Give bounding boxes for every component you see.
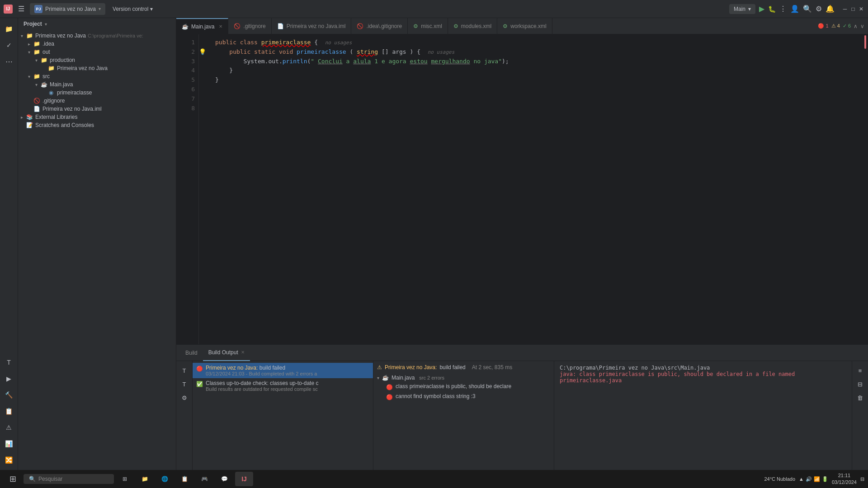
- todo-tool-button[interactable]: 📋: [2, 404, 16, 418]
- taskbar-search[interactable]: 🔍 Pesquisar: [24, 474, 114, 484]
- project-name-dropdown[interactable]: PJ Primeira vez no Java ▾: [30, 3, 105, 15]
- minimize-button[interactable]: ─: [842, 6, 848, 12]
- clock[interactable]: 21:11 03/12/2024: [832, 472, 857, 486]
- build-header-time: At 2 sec, 835 ms: [472, 364, 512, 371]
- sidebar-dropdown-icon[interactable]: ▾: [45, 22, 47, 27]
- taskbar-app-3[interactable]: 💬: [215, 472, 233, 486]
- tree-arrow-ext-libs: ▸: [18, 115, 25, 120]
- taskbar-app-1[interactable]: 📋: [175, 472, 193, 486]
- more-tools-button[interactable]: ⋯: [2, 54, 16, 69]
- tab-main-java[interactable]: ☕ Main.java ✕: [176, 18, 228, 34]
- tab-gitignore[interactable]: 🚫 .gitignore: [228, 18, 271, 34]
- build-output-close-icon[interactable]: ✕: [241, 350, 245, 355]
- code-content[interactable]: public class primeiraclasse { no usages …: [208, 34, 863, 344]
- tree-item-ext-libs[interactable]: ▸ 📚 External Libraries: [18, 113, 176, 121]
- folder-icon-production: 📁: [40, 57, 48, 63]
- build-filter-right-icon[interactable]: ≡: [854, 365, 866, 376]
- windows-start-button[interactable]: ⊞: [4, 472, 22, 486]
- tree-item-out[interactable]: ▾ 📁 out: [18, 48, 176, 56]
- debug-button[interactable]: 🐛: [768, 5, 776, 13]
- build-filter-icon[interactable]: T: [179, 378, 190, 390]
- taskbar-app-2[interactable]: 🎮: [195, 472, 213, 486]
- system-tray[interactable]: ▲ 🔊 📶 🔋: [799, 476, 828, 482]
- build-output-header: ⚠ Primeira vez no Java: build failed At …: [377, 363, 550, 372]
- version-control-menu[interactable]: Version control ▾: [109, 4, 156, 14]
- project-tool-button[interactable]: 📁: [2, 22, 16, 36]
- build-error-icon: 🔴: [196, 366, 203, 372]
- sidebar-title: Project: [24, 21, 42, 27]
- notifications-button[interactable]: 🔔: [826, 5, 835, 13]
- build-tool-button[interactable]: 🔨: [2, 388, 16, 402]
- run-config-dropdown[interactable]: Main ▾: [729, 4, 755, 14]
- intellij-taskbar-button[interactable]: IJ: [235, 472, 253, 486]
- tree-item-primeiraclasse[interactable]: ◉ primeiraclasse: [18, 89, 176, 97]
- project-title: Primeira vez no Java: [45, 6, 96, 12]
- tree-item-production[interactable]: ▾ 📁 production: [18, 56, 176, 64]
- build-header-project: Primeira vez no Java:: [385, 364, 437, 371]
- problems-tool-button[interactable]: ⚠: [2, 420, 16, 435]
- event-log-button[interactable]: 📊: [2, 436, 16, 451]
- tree-item-iml[interactable]: 📄 Primeira vez no Java.iml: [18, 105, 176, 113]
- arrow-up-indicator[interactable]: ∧: [854, 23, 858, 29]
- run-button[interactable]: ▶: [759, 5, 764, 13]
- lightbulb-icon[interactable]: 💡: [199, 48, 206, 55]
- search-button[interactable]: 🔍: [803, 5, 812, 13]
- tab-idea-gitignore[interactable]: 🚫 .idea\.gitignore: [351, 18, 408, 34]
- editor-scrollbar[interactable]: [863, 34, 868, 344]
- taskview-button[interactable]: ⊞: [116, 472, 134, 486]
- build-error-1[interactable]: 🔴 class primeiraclasse is public, should…: [377, 382, 550, 392]
- build-header-warning-icon: ⚠: [377, 364, 382, 371]
- folder-icon-out: 📁: [33, 49, 41, 55]
- build-section-header-main-java[interactable]: ▾ ☕ Main.java src 2 errors: [377, 374, 550, 382]
- tree-item-src[interactable]: ▾ 📁 src: [18, 72, 176, 80]
- arrow-down-indicator[interactable]: ∨: [860, 23, 864, 29]
- build-collapse-icon[interactable]: ⊟: [854, 378, 866, 390]
- tab-workspace-xml[interactable]: ⚙ workspace.xml: [497, 18, 552, 34]
- gutter-6: [199, 85, 208, 94]
- terminal-tool-button[interactable]: T: [2, 355, 16, 370]
- run-tool-button[interactable]: ▶: [2, 371, 16, 386]
- bottom-panel: Build Build Output ✕ T T ⚙: [176, 344, 868, 471]
- tab-close-main-java[interactable]: ✕: [219, 24, 222, 29]
- close-button[interactable]: ✕: [858, 6, 864, 12]
- maximize-button[interactable]: □: [850, 6, 856, 12]
- build-rerun-icon[interactable]: T: [179, 365, 190, 376]
- folder-icon-root: 📁: [25, 33, 33, 39]
- settings-button[interactable]: ⚙: [816, 5, 822, 13]
- tree-arrow-idea: ▸: [25, 42, 33, 47]
- hamburger-menu[interactable]: ☰: [16, 3, 26, 15]
- build-item-failed-text: Primeira vez no Java: build failed 03/12…: [206, 365, 369, 376]
- edge-button[interactable]: 🌐: [156, 472, 174, 486]
- scratches-icon: 📝: [25, 122, 33, 128]
- tree-item-main-java[interactable]: ▾ ☕ Main.java: [18, 80, 176, 89]
- build-tab[interactable]: Build: [180, 345, 203, 361]
- build-clear-icon[interactable]: 🗑: [854, 392, 866, 404]
- tree-item-root[interactable]: ▾ 📁 Primeira vez no Java C:\programa\Pri…: [18, 32, 176, 40]
- tab-modules-xml[interactable]: ⚙ modules.xml: [448, 18, 497, 34]
- more-actions-button[interactable]: ⋮: [779, 5, 787, 13]
- profile-button[interactable]: 👤: [790, 5, 799, 13]
- show-desktop-button[interactable]: ⊟: [860, 476, 864, 482]
- build-output-tab[interactable]: Build Output ✕: [203, 345, 250, 361]
- ext-libs-icon: 📚: [25, 114, 33, 120]
- line-number-6: 6: [176, 85, 195, 94]
- build-settings-icon[interactable]: ⚙: [179, 392, 190, 404]
- main-content: 📁 ✓ ⋯ T ▶ 🔨 📋 ⚠ 📊 🔀 Project ▾ ▾ 📁 Primei…: [0, 18, 868, 471]
- tree-item-primeira-vez-out[interactable]: 📁 Primeira vez no Java: [18, 64, 176, 72]
- file-explorer-button[interactable]: 📁: [136, 472, 154, 486]
- build-error-2[interactable]: 🔴 cannot find symbol class string :3: [377, 392, 550, 402]
- gutter-icons: 💡: [199, 34, 208, 344]
- tree-item-scratches[interactable]: 📝 Scratches and Consoles: [18, 121, 176, 129]
- build-item-classes[interactable]: ✅ Classes up-to-date check: classes up-t…: [193, 378, 373, 394]
- src-folder-icon: 📁: [33, 73, 41, 80]
- commit-tool-button[interactable]: ✓: [2, 38, 16, 52]
- git-tool-button[interactable]: 🔀: [2, 453, 16, 467]
- tree-item-idea[interactable]: ▸ 📁 .idea: [18, 40, 176, 48]
- tab-misc-xml[interactable]: ⚙ misc.xml: [408, 18, 448, 34]
- build-item-failed[interactable]: 🔴 Primeira vez no Java: build failed 03/…: [193, 363, 373, 378]
- tab-iml[interactable]: 📄 Primeira vez no Java.iml: [272, 18, 352, 34]
- error-indicator: 🔴 1: [818, 23, 828, 29]
- bottom-content: T T ⚙ 🔴 Primeira vez no Java: build fail…: [176, 361, 868, 471]
- app-icon: IJ: [4, 5, 13, 14]
- tree-item-gitignore[interactable]: 🚫 .gitignore: [18, 97, 176, 105]
